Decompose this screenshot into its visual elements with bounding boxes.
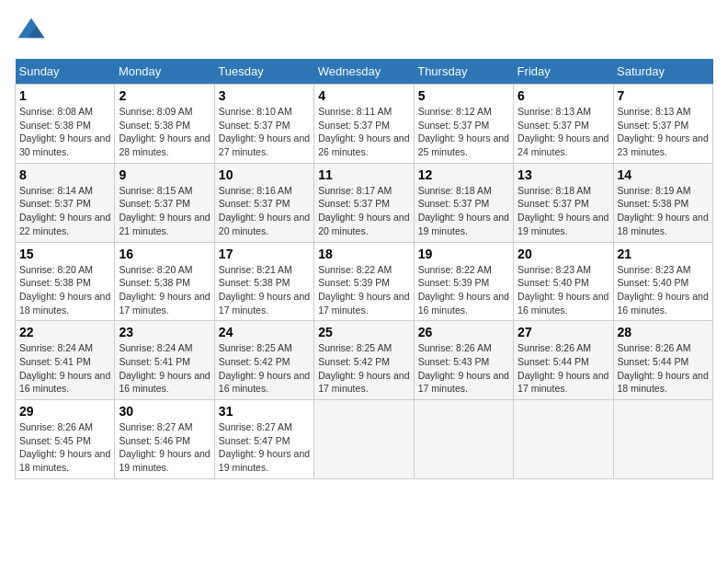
day-number: 24 (219, 325, 310, 339)
day-number: 20 (518, 247, 609, 261)
day-info: Sunrise: 8:26 AMSunset: 5:44 PMDaylight:… (518, 341, 609, 396)
day-info: Sunrise: 8:18 AMSunset: 5:37 PMDaylight:… (518, 184, 609, 238)
table-row (314, 400, 414, 479)
day-info: Sunrise: 8:20 AMSunset: 5:38 PMDaylight:… (119, 263, 210, 317)
calendar-week-2: 8Sunrise: 8:14 AMSunset: 5:37 PMDaylight… (16, 163, 713, 242)
day-number: 25 (318, 325, 409, 339)
day-number: 26 (418, 325, 509, 339)
header-monday: Monday (115, 59, 214, 85)
table-row: 29Sunrise: 8:26 AMSunset: 5:45 PMDayligh… (16, 400, 115, 479)
day-number: 15 (19, 247, 110, 261)
table-row: 30Sunrise: 8:27 AMSunset: 5:46 PMDayligh… (115, 400, 214, 479)
header-tuesday: Tuesday (214, 59, 313, 85)
day-info: Sunrise: 8:26 AMSunset: 5:43 PMDaylight:… (418, 341, 509, 396)
day-info: Sunrise: 8:21 AMSunset: 5:38 PMDaylight:… (219, 263, 310, 317)
day-number: 5 (418, 88, 509, 103)
day-info: Sunrise: 8:22 AMSunset: 5:39 PMDaylight:… (418, 263, 509, 317)
table-row: 25Sunrise: 8:25 AMSunset: 5:42 PMDayligh… (314, 321, 414, 400)
day-number: 27 (518, 325, 609, 339)
day-number: 8 (19, 167, 110, 182)
day-number: 6 (518, 88, 609, 103)
table-row: 31Sunrise: 8:27 AMSunset: 5:47 PMDayligh… (214, 400, 313, 479)
day-number: 2 (119, 88, 210, 103)
day-number: 30 (119, 404, 210, 419)
table-row: 23Sunrise: 8:24 AMSunset: 5:41 PMDayligh… (115, 321, 214, 400)
day-info: Sunrise: 8:24 AMSunset: 5:41 PMDaylight:… (19, 341, 110, 396)
day-info: Sunrise: 8:26 AMSunset: 5:45 PMDaylight:… (19, 420, 110, 475)
day-number: 28 (618, 325, 709, 339)
day-number: 11 (318, 167, 409, 182)
table-row (414, 400, 513, 479)
table-row: 16Sunrise: 8:20 AMSunset: 5:38 PMDayligh… (115, 242, 214, 321)
day-info: Sunrise: 8:23 AMSunset: 5:40 PMDaylight:… (618, 263, 709, 317)
day-info: Sunrise: 8:22 AMSunset: 5:39 PMDaylight:… (318, 263, 409, 317)
day-number: 1 (19, 88, 110, 103)
day-info: Sunrise: 8:17 AMSunset: 5:37 PMDaylight:… (318, 184, 409, 238)
table-row: 18Sunrise: 8:22 AMSunset: 5:39 PMDayligh… (314, 242, 414, 321)
table-row: 14Sunrise: 8:19 AMSunset: 5:38 PMDayligh… (613, 163, 712, 242)
day-number: 22 (19, 325, 110, 339)
day-info: Sunrise: 8:20 AMSunset: 5:38 PMDaylight:… (19, 263, 110, 317)
day-number: 13 (518, 167, 609, 182)
table-row: 10Sunrise: 8:16 AMSunset: 5:37 PMDayligh… (214, 163, 313, 242)
day-info: Sunrise: 8:18 AMSunset: 5:37 PMDaylight:… (418, 184, 509, 238)
day-number: 21 (618, 247, 709, 261)
day-number: 17 (219, 247, 310, 261)
table-row: 21Sunrise: 8:23 AMSunset: 5:40 PMDayligh… (613, 242, 712, 321)
header-wednesday: Wednesday (314, 59, 414, 85)
day-number: 23 (119, 325, 210, 339)
calendar-table: Sunday Monday Tuesday Wednesday Thursday… (15, 59, 713, 479)
day-number: 16 (119, 247, 210, 261)
day-info: Sunrise: 8:08 AMSunset: 5:38 PMDaylight:… (19, 105, 110, 159)
day-info: Sunrise: 8:23 AMSunset: 5:40 PMDaylight:… (518, 263, 609, 317)
logo-icon (15, 15, 48, 48)
table-row: 22Sunrise: 8:24 AMSunset: 5:41 PMDayligh… (16, 321, 115, 400)
table-row: 11Sunrise: 8:17 AMSunset: 5:37 PMDayligh… (314, 163, 414, 242)
day-number: 18 (318, 247, 409, 261)
calendar-week-3: 15Sunrise: 8:20 AMSunset: 5:38 PMDayligh… (16, 242, 713, 321)
day-number: 14 (618, 167, 709, 182)
day-info: Sunrise: 8:15 AMSunset: 5:37 PMDaylight:… (119, 184, 210, 238)
day-number: 29 (19, 404, 110, 419)
day-info: Sunrise: 8:19 AMSunset: 5:38 PMDaylight:… (618, 184, 709, 238)
table-row: 3Sunrise: 8:10 AMSunset: 5:37 PMDaylight… (214, 85, 313, 164)
header-saturday: Saturday (613, 59, 712, 85)
table-row: 1Sunrise: 8:08 AMSunset: 5:38 PMDaylight… (16, 85, 115, 164)
day-info: Sunrise: 8:25 AMSunset: 5:42 PMDaylight:… (318, 341, 409, 396)
table-row: 8Sunrise: 8:14 AMSunset: 5:37 PMDaylight… (16, 163, 115, 242)
day-number: 12 (418, 167, 509, 182)
day-info: Sunrise: 8:27 AMSunset: 5:47 PMDaylight:… (219, 420, 310, 475)
day-info: Sunrise: 8:14 AMSunset: 5:37 PMDaylight:… (19, 184, 110, 238)
header-sunday: Sunday (16, 59, 115, 85)
day-info: Sunrise: 8:11 AMSunset: 5:37 PMDaylight:… (318, 105, 409, 159)
page-header (15, 15, 713, 48)
day-number: 31 (219, 404, 310, 419)
day-number: 7 (618, 88, 709, 103)
calendar-week-5: 29Sunrise: 8:26 AMSunset: 5:45 PMDayligh… (16, 400, 713, 479)
table-row: 28Sunrise: 8:26 AMSunset: 5:44 PMDayligh… (613, 321, 712, 400)
table-row (613, 400, 712, 479)
table-row: 12Sunrise: 8:18 AMSunset: 5:37 PMDayligh… (414, 163, 513, 242)
day-number: 3 (219, 88, 310, 103)
day-info: Sunrise: 8:12 AMSunset: 5:37 PMDaylight:… (418, 105, 509, 159)
table-row: 9Sunrise: 8:15 AMSunset: 5:37 PMDaylight… (115, 163, 214, 242)
table-row: 7Sunrise: 8:13 AMSunset: 5:37 PMDaylight… (613, 85, 712, 164)
day-info: Sunrise: 8:13 AMSunset: 5:37 PMDaylight:… (618, 105, 709, 159)
day-info: Sunrise: 8:09 AMSunset: 5:38 PMDaylight:… (119, 105, 210, 159)
day-number: 9 (119, 167, 210, 182)
table-row: 17Sunrise: 8:21 AMSunset: 5:38 PMDayligh… (214, 242, 313, 321)
table-row: 19Sunrise: 8:22 AMSunset: 5:39 PMDayligh… (414, 242, 513, 321)
table-row: 2Sunrise: 8:09 AMSunset: 5:38 PMDaylight… (115, 85, 214, 164)
calendar-week-4: 22Sunrise: 8:24 AMSunset: 5:41 PMDayligh… (16, 321, 713, 400)
day-info: Sunrise: 8:24 AMSunset: 5:41 PMDaylight:… (119, 341, 210, 396)
logo (15, 15, 53, 48)
header-thursday: Thursday (414, 59, 513, 85)
table-row: 24Sunrise: 8:25 AMSunset: 5:42 PMDayligh… (214, 321, 313, 400)
table-row: 27Sunrise: 8:26 AMSunset: 5:44 PMDayligh… (514, 321, 613, 400)
day-info: Sunrise: 8:27 AMSunset: 5:46 PMDaylight:… (119, 420, 210, 475)
day-info: Sunrise: 8:26 AMSunset: 5:44 PMDaylight:… (618, 341, 709, 396)
day-info: Sunrise: 8:10 AMSunset: 5:37 PMDaylight:… (219, 105, 310, 159)
day-number: 10 (219, 167, 310, 182)
day-number: 4 (318, 88, 409, 103)
table-row: 13Sunrise: 8:18 AMSunset: 5:37 PMDayligh… (514, 163, 613, 242)
